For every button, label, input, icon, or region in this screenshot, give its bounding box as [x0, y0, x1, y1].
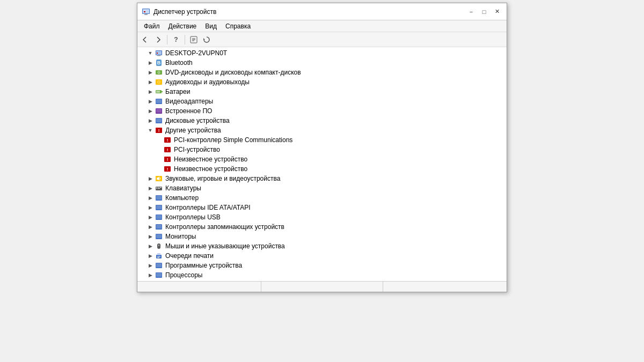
expand-arrow[interactable]: ▶ — [146, 205, 155, 210]
svg-rect-2 — [143, 9, 149, 13]
item-icon — [155, 78, 163, 86]
tree-item[interactable]: ! PCI-устройство — [137, 145, 507, 154]
item-label: Контроллеры USB — [165, 213, 221, 221]
item-icon — [155, 194, 163, 202]
tree-item[interactable]: ▶ Контроллеры USB — [137, 212, 507, 222]
tree-item[interactable]: ! Неизвестное устройство — [137, 164, 507, 174]
toolbar-forward[interactable] — [152, 34, 164, 46]
expand-arrow[interactable]: ▼ — [146, 128, 155, 133]
item-icon: ! — [163, 136, 172, 144]
svg-text:!: ! — [158, 128, 160, 133]
item-label: DVD-дисководы и дисководы компакт-дисков — [165, 69, 301, 76]
toolbar-help[interactable]: ? — [170, 34, 182, 46]
app-icon — [142, 8, 150, 16]
window-title: Диспетчер устройств — [153, 8, 216, 16]
expand-arrow[interactable]: ▶ — [146, 176, 155, 181]
tree-item[interactable]: ▶ Очереди печати — [137, 251, 507, 261]
item-label: Дисковые устройства — [165, 117, 230, 124]
svg-rect-29 — [156, 119, 162, 122]
tree-item[interactable]: ▶ Встроенное ПО — [137, 106, 507, 116]
svg-rect-54 — [156, 215, 162, 219]
tree-item[interactable]: ▶ Батареи — [137, 87, 507, 97]
maximize-button[interactable]: □ — [479, 6, 489, 17]
svg-rect-12 — [157, 53, 158, 54]
tree-item[interactable]: ▶ Мониторы — [137, 232, 507, 241]
tree-item[interactable]: ▶ B Bluetooth — [137, 58, 507, 68]
svg-rect-22 — [162, 91, 163, 92]
expand-arrow[interactable]: ▶ — [146, 186, 155, 191]
svg-text:B: B — [157, 60, 161, 65]
tree-item[interactable]: ▶ Процессоры — [137, 270, 507, 280]
expand-arrow[interactable]: ▶ — [146, 253, 155, 258]
item-icon: ! — [163, 145, 172, 154]
item-label: Неизвестное устройство — [174, 156, 247, 163]
svg-rect-45 — [159, 187, 160, 188]
tree-item[interactable]: ▶ Компьютер — [137, 193, 507, 203]
menu-bar: Файл Действие Вид Справка — [137, 20, 507, 32]
svg-rect-56 — [156, 225, 162, 228]
svg-rect-25 — [156, 99, 162, 103]
item-icon — [155, 242, 163, 250]
expand-arrow[interactable]: ▶ — [146, 108, 155, 114]
svg-rect-47 — [158, 188, 160, 189]
tree-item[interactable]: ▶ Программные устройства — [137, 261, 507, 270]
item-icon — [155, 252, 163, 260]
tree-item[interactable]: ▶ Клавиатуры — [137, 183, 507, 193]
expand-arrow[interactable]: ▶ — [146, 60, 155, 65]
tree-item[interactable]: ▼ ! Другие устройства — [137, 125, 507, 135]
item-icon — [155, 174, 163, 183]
expand-arrow[interactable]: ▶ — [146, 118, 155, 123]
tree-item[interactable]: ▶ Дисковые устройства — [137, 116, 507, 125]
svg-rect-3 — [144, 11, 145, 12]
item-icon — [155, 223, 163, 231]
menu-view[interactable]: Вид — [201, 21, 221, 31]
svg-rect-62 — [157, 253, 160, 255]
svg-rect-52 — [156, 205, 162, 209]
expand-arrow[interactable]: ▶ — [146, 79, 155, 85]
svg-marker-8 — [203, 38, 205, 40]
expand-arrow[interactable]: ▶ — [146, 70, 155, 75]
tree-item[interactable]: ! PCI-контроллер Simple Communications — [137, 135, 507, 145]
expand-arrow[interactable]: ▶ — [146, 89, 155, 94]
close-button[interactable]: ✕ — [492, 6, 502, 17]
tree-item[interactable]: ▶ DVD-дисководы и дисководы компакт-диск… — [137, 68, 507, 77]
menu-action[interactable]: Действие — [164, 21, 201, 31]
expand-arrow[interactable]: ▶ — [146, 215, 155, 220]
expand-arrow[interactable]: ▶ — [146, 234, 155, 239]
toolbar-back[interactable] — [140, 34, 151, 46]
tree-root[interactable]: ▼ DESKTOP-2VUPN0T — [137, 48, 507, 58]
svg-rect-63 — [157, 256, 160, 257]
tree-view[interactable]: ▼ DESKTOP-2VUPN0T ▶ B Bluetooth▶ — [137, 47, 507, 281]
svg-rect-68 — [156, 273, 162, 277]
tree-item[interactable]: ▶ Мыши и иные указывающие устройства — [137, 241, 507, 251]
expand-arrow[interactable]: ▶ — [146, 224, 155, 230]
tree-item[interactable]: ▶ Аудиовходы и аудиовыходы — [137, 77, 507, 87]
status-seg1 — [140, 282, 261, 292]
expand-arrow[interactable]: ▶ — [146, 272, 155, 278]
toolbar-properties[interactable] — [188, 34, 200, 46]
item-label: Компьютер — [165, 194, 199, 202]
item-label: Видеоадаптеры — [165, 98, 213, 105]
tree-item[interactable]: ▶ Видеоадаптеры — [137, 97, 507, 106]
tree-item[interactable]: ▶ Контроллеры IDE ATA/ATAPI — [137, 203, 507, 212]
item-icon: ! — [163, 165, 172, 173]
tree-item[interactable]: ▶ Контроллеры запоминающих устройств — [137, 222, 507, 232]
item-icon — [155, 184, 163, 193]
root-arrow: ▼ — [146, 50, 155, 56]
menu-help[interactable]: Справка — [221, 21, 255, 31]
svg-rect-1 — [144, 14, 148, 15]
tree-item[interactable]: ! Неизвестное устройство — [137, 154, 507, 164]
content-area: ▼ DESKTOP-2VUPN0T ▶ B Bluetooth▶ — [137, 47, 507, 281]
minimize-button[interactable]: − — [466, 6, 477, 17]
tree-item[interactable]: ▶ Звуковые, игровые и видеоустройства — [137, 174, 507, 183]
item-icon: B — [155, 58, 163, 67]
toolbar-sep1 — [167, 35, 167, 45]
svg-rect-44 — [158, 187, 159, 188]
expand-arrow[interactable]: ▶ — [146, 263, 155, 268]
toolbar-refresh[interactable] — [201, 34, 213, 46]
expand-arrow[interactable]: ▶ — [146, 99, 155, 104]
menu-file[interactable]: Файл — [140, 21, 164, 31]
expand-arrow[interactable]: ▶ — [146, 243, 155, 249]
item-label: Процессоры — [165, 271, 203, 279]
expand-arrow[interactable]: ▶ — [146, 195, 155, 201]
